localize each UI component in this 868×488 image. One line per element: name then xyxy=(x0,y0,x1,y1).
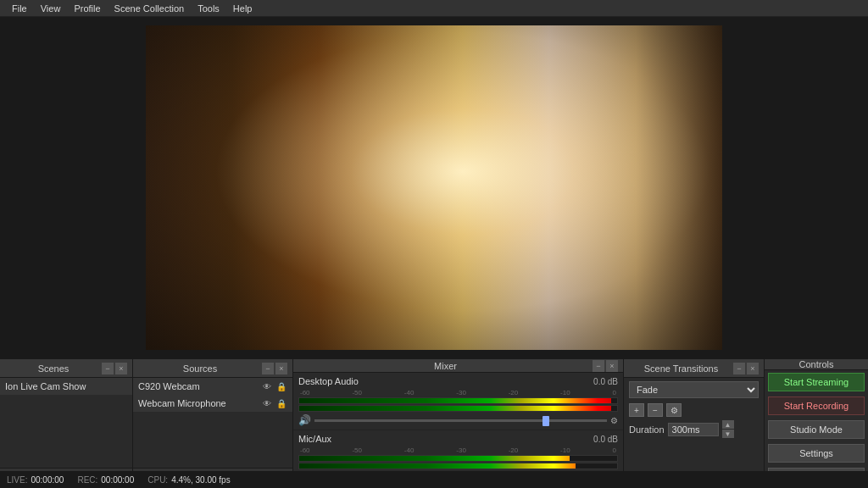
desktop-audio-meter xyxy=(298,397,618,404)
mic-aux-label: Mic/Aux xyxy=(298,434,331,444)
desktop-audio-label: Desktop Audio xyxy=(298,376,359,386)
scenes-close-btn[interactable]: × xyxy=(115,363,127,374)
transitions-panel-header: Scene Transitions − × xyxy=(624,359,764,378)
sources-close-btn[interactable]: × xyxy=(275,363,287,374)
preview-canvas xyxy=(146,25,722,350)
start-streaming-btn[interactable]: Start Streaming xyxy=(768,373,865,391)
transition-type-select[interactable]: Fade Cut Swipe Slide xyxy=(629,381,759,398)
cpu-label: CPU: xyxy=(147,475,168,485)
preview-image xyxy=(146,25,722,350)
source-icons-webcam: 👁 🔒 xyxy=(261,380,287,392)
menu-view[interactable]: View xyxy=(34,2,68,15)
scenes-panel-header: Scenes − × xyxy=(0,359,132,378)
mic-aux-meter-2 xyxy=(298,463,618,469)
desktop-volume-row: 🔊 ⚙ xyxy=(298,414,618,426)
sources-panel-controls: − × xyxy=(262,363,287,374)
scene-item-1[interactable]: Ion Live Cam Show xyxy=(0,378,132,395)
studio-mode-btn[interactable]: Studio Mode xyxy=(768,420,865,439)
mixer-panel-title: Mixer xyxy=(298,361,593,371)
source-item-mic[interactable]: Webcam Microphone 👁 🔒 xyxy=(133,395,292,412)
start-recording-btn[interactable]: Start Recording xyxy=(768,396,865,415)
desktop-vol-slider[interactable] xyxy=(314,419,607,422)
transitions-minimize-btn[interactable]: − xyxy=(733,363,745,374)
sources-panel-header: Sources − × xyxy=(133,359,292,378)
sources-panel-title: Sources xyxy=(138,363,262,374)
source-item-webcam[interactable]: C920 Webcam 👁 🔒 xyxy=(133,378,292,395)
transition-add-btn[interactable]: + xyxy=(629,403,644,417)
mixer-minimize-btn[interactable]: − xyxy=(593,360,604,372)
cpu-status: CPU: 4.4%, 30.00 fps xyxy=(147,475,230,485)
controls-panel-header: Controls xyxy=(765,359,868,370)
duration-row: Duration ▲ ▼ xyxy=(624,419,764,440)
transitions-close-btn[interactable]: × xyxy=(747,363,759,374)
transitions-panel: Scene Transitions − × Fade Cut Swipe Sli… xyxy=(624,359,765,488)
transition-add-remove-row: + − ⚙ xyxy=(624,402,764,419)
desktop-audio-db: 0.0 dB xyxy=(593,377,618,386)
transitions-panel-title: Scene Transitions xyxy=(629,363,733,374)
mixer-panel-header: Mixer − × xyxy=(293,359,623,373)
menu-scene-collection[interactable]: Scene Collection xyxy=(108,2,192,15)
source-lock-icon[interactable]: 🔒 xyxy=(275,380,287,392)
settings-btn[interactable]: Settings xyxy=(768,444,865,463)
duration-input[interactable] xyxy=(668,423,719,436)
menu-bar: File View Profile Scene Collection Tools… xyxy=(0,0,868,17)
scenes-panel-title: Scenes xyxy=(5,363,102,374)
transition-remove-btn[interactable]: − xyxy=(648,403,663,417)
live-status: LIVE: 00:00:00 xyxy=(7,475,64,485)
preview-area xyxy=(0,17,868,358)
source-eye-icon-2[interactable]: 👁 xyxy=(261,397,273,409)
mic-aux-db: 0.0 dB xyxy=(593,435,618,444)
controls-panel-title: Controls xyxy=(770,359,863,369)
mixer-panel-controls: − × xyxy=(593,360,618,372)
duration-down-btn[interactable]: ▼ xyxy=(722,430,734,438)
mixer-panel: Mixer − × Desktop Audio 0.0 dB -60-50-40… xyxy=(293,359,624,488)
transition-settings-btn[interactable]: ⚙ xyxy=(666,403,682,417)
mixer-channel-desktop: Desktop Audio 0.0 dB -60-50-40-30-20-100… xyxy=(293,373,623,430)
desktop-channel-settings-icon[interactable]: ⚙ xyxy=(610,416,618,425)
sources-minimize-btn[interactable]: − xyxy=(262,363,274,374)
live-label: LIVE: xyxy=(7,475,27,485)
duration-up-btn[interactable]: ▲ xyxy=(722,420,734,429)
transitions-panel-controls: − × xyxy=(733,363,759,374)
mixer-close-btn[interactable]: × xyxy=(606,360,618,372)
source-name-webcam: C920 Webcam xyxy=(138,381,200,391)
live-value: 00:00:00 xyxy=(31,475,64,485)
menu-help[interactable]: Help xyxy=(226,2,259,15)
main-area: Scenes − × Ion Live Cam Show + − ⚙ ∧ ∨ S… xyxy=(0,17,868,488)
scenes-minimize-btn[interactable]: − xyxy=(102,363,114,374)
menu-tools[interactable]: Tools xyxy=(191,2,226,15)
rec-label: REC: xyxy=(77,475,97,485)
rec-value: 00:00:00 xyxy=(101,475,134,485)
desktop-audio-meter-2 xyxy=(298,405,618,412)
mixer-channel-mic-header: Mic/Aux 0.0 dB xyxy=(298,434,618,444)
mixer-channel-desktop-header: Desktop Audio 0.0 dB xyxy=(298,376,618,386)
controls-panel: Controls Start Streaming Start Recording… xyxy=(765,359,868,488)
source-eye-icon[interactable]: 👁 xyxy=(261,380,273,392)
source-name-mic: Webcam Microphone xyxy=(138,398,226,408)
rec-status: REC: 00:00:00 xyxy=(77,475,134,485)
source-lock-icon-2[interactable]: 🔒 xyxy=(275,397,287,409)
bottom-panels: Scenes − × Ion Live Cam Show + − ⚙ ∧ ∨ S… xyxy=(0,358,868,488)
desktop-mute-icon[interactable]: 🔊 xyxy=(298,414,311,426)
duration-label: Duration xyxy=(629,424,665,435)
menu-file[interactable]: File xyxy=(5,2,34,15)
menu-profile[interactable]: Profile xyxy=(67,2,107,15)
scenes-panel-controls: − × xyxy=(102,363,127,374)
mic-aux-meter xyxy=(298,455,618,462)
cpu-value: 4.4%, 30.00 fps xyxy=(171,475,231,485)
status-bar: LIVE: 00:00:00 REC: 00:00:00 CPU: 4.4%, … xyxy=(0,471,868,488)
sources-panel: Sources − × C920 Webcam 👁 🔒 Webcam Micro… xyxy=(133,359,293,488)
source-icons-mic: 👁 🔒 xyxy=(261,397,287,409)
scenes-panel: Scenes − × Ion Live Cam Show + − ⚙ ∧ ∨ xyxy=(0,359,133,488)
